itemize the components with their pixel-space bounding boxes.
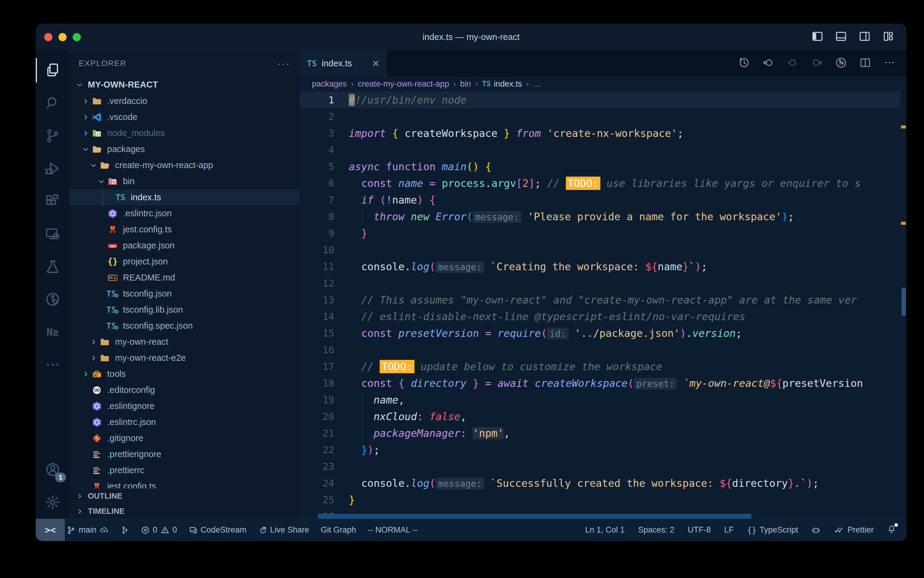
status-robot-extension[interactable] bbox=[811, 526, 820, 535]
tree-item-.eslintrc.json[interactable]: .eslintrc.json bbox=[70, 205, 299, 221]
status-git-branch[interactable]: main bbox=[66, 525, 109, 535]
workspace-root-row[interactable]: MY-OWN-REACT bbox=[70, 76, 299, 93]
code-line-26[interactable]: 26 bbox=[300, 508, 900, 514]
code-line-21[interactable]: 21 packageManager: 'npm', bbox=[300, 425, 900, 442]
close-tab-icon[interactable]: ✕ bbox=[372, 58, 380, 69]
breadcrumb-item-packages[interactable]: packages bbox=[312, 80, 347, 89]
horizontal-scrollbar-thumb[interactable] bbox=[318, 514, 751, 519]
status-language-mode[interactable]: {}TypeScript bbox=[747, 525, 798, 535]
tree-item-index.ts[interactable]: TSindex.ts bbox=[70, 189, 299, 205]
code-line-16[interactable]: 16 bbox=[300, 341, 900, 358]
status-indentation[interactable]: Spaces: 2 bbox=[638, 525, 674, 535]
tree-item-README.md[interactable]: README.md bbox=[70, 270, 299, 286]
tree-item-project.json[interactable]: {}project.json bbox=[70, 253, 299, 270]
code-line-23[interactable]: 23 bbox=[300, 458, 900, 475]
customize-layout-button[interactable] bbox=[882, 30, 894, 44]
tree-item-tsconfig.spec.json[interactable]: TS⚙tsconfig.spec.json bbox=[70, 318, 299, 334]
tree-item-.vscode[interactable]: .vscode bbox=[70, 109, 299, 125]
tree-item-.prettierignore[interactable]: .prettierignore bbox=[70, 446, 299, 462]
code-line-25[interactable]: 25 } bbox=[300, 491, 900, 508]
tree-item-.eslintignore[interactable]: .eslintignore bbox=[70, 398, 299, 414]
code-line-8[interactable]: 8 throw new Error(message: 'Please provi… bbox=[300, 208, 900, 225]
status-codestream[interactable]: CodeStream bbox=[189, 525, 247, 535]
code-line-3[interactable]: 3 import { createWorkspace } from 'creat… bbox=[300, 125, 900, 141]
code-line-14[interactable]: 14 // eslint-disable-next-line @typescri… bbox=[300, 308, 900, 325]
tree-item-.prettierrc[interactable]: .prettierrc bbox=[70, 462, 299, 478]
tree-item-tsconfig.json[interactable]: TS⚙tsconfig.json bbox=[70, 286, 299, 302]
tree-item-my-own-react[interactable]: my-own-react bbox=[70, 334, 299, 350]
status-git-commits[interactable] bbox=[120, 526, 129, 535]
code-line-10[interactable]: 10 bbox=[300, 242, 900, 258]
code-line-6[interactable]: 6 const name = process.argv[2]; // TODO:… bbox=[300, 175, 900, 192]
vertical-scrollbar-thumb[interactable] bbox=[901, 288, 906, 316]
status-eol[interactable]: LF bbox=[724, 525, 734, 535]
status-encoding[interactable]: UTF-8 bbox=[688, 525, 711, 535]
nav-prev-change-button[interactable] bbox=[786, 57, 799, 70]
code-line-5[interactable]: 5 async function main() { bbox=[300, 158, 900, 175]
split-editor-button[interactable] bbox=[859, 57, 871, 70]
status-prettier[interactable]: ✓✓Prettier bbox=[834, 525, 874, 535]
code-line-19[interactable]: 19 name, bbox=[300, 391, 900, 408]
status-live-share[interactable]: Live Share bbox=[258, 525, 309, 535]
tree-item-.gitignore[interactable]: .gitignore bbox=[70, 430, 299, 446]
breadcrumb-item-bin[interactable]: bin bbox=[460, 80, 471, 89]
remote-indicator-button[interactable]: >< bbox=[36, 519, 65, 541]
code-line-2[interactable]: 2 bbox=[300, 108, 900, 125]
outline-section-header[interactable]: OUTLINE bbox=[70, 488, 299, 503]
status-cursor-position[interactable]: Ln 1, Col 1 bbox=[585, 525, 625, 535]
code-line-7[interactable]: 7 if (!name) { bbox=[300, 192, 900, 208]
tab-index-ts[interactable]: TS index.ts ✕ bbox=[300, 50, 387, 76]
code-line-20[interactable]: 20 nxCloud: false, bbox=[300, 408, 900, 425]
activity-item-testing[interactable] bbox=[36, 250, 70, 283]
tree-item-node_modules[interactable]: JSnode_modules bbox=[70, 125, 299, 141]
titlebar[interactable]: index.ts — my-own-react bbox=[36, 24, 906, 50]
activity-item-nx-console[interactable]: N≥ bbox=[36, 316, 70, 348]
code-line-12[interactable]: 12 bbox=[300, 275, 900, 291]
activity-item-source-control[interactable] bbox=[36, 119, 70, 152]
activity-item-explorer[interactable] bbox=[36, 54, 70, 87]
activity-item-accounts[interactable]: 1 bbox=[36, 453, 70, 486]
tree-item-tsconfig.lib.json[interactable]: TS⚙tsconfig.lib.json bbox=[70, 302, 299, 318]
activity-item-more[interactable] bbox=[36, 348, 70, 381]
nav-next-change-button[interactable] bbox=[811, 57, 823, 70]
open-changes-button[interactable] bbox=[835, 57, 847, 70]
tree-item-package.json[interactable]: npmpackage.json bbox=[70, 237, 299, 253]
tree-item-bin[interactable]: 0110bin bbox=[70, 173, 299, 189]
code-editor[interactable]: 1 #!/usr/bin/env node 2 3 import { creat… bbox=[300, 91, 906, 519]
explorer-more-actions-button[interactable]: ··· bbox=[277, 58, 290, 69]
breadcrumb-item-create-my-own-react-app[interactable]: create-my-own-react-app bbox=[358, 80, 449, 89]
code-line-11[interactable]: 11 console.log(message: `Creating the wo… bbox=[300, 258, 900, 275]
overview-ruler-scrollbar[interactable] bbox=[900, 91, 906, 519]
code-line-1[interactable]: 1 #!/usr/bin/env node bbox=[300, 91, 900, 108]
nav-back-button[interactable] bbox=[762, 57, 774, 70]
breadcrumb-item-index.ts[interactable]: TSindex.ts bbox=[482, 80, 522, 89]
tree-item-packages[interactable]: packages bbox=[70, 141, 299, 157]
activity-item-gitlens[interactable] bbox=[36, 283, 70, 316]
tree-item-my-own-react-e2e[interactable]: my-own-react-e2e bbox=[70, 350, 299, 366]
tree-item-jest.config.ts[interactable]: jest.config.ts bbox=[70, 221, 299, 237]
status-git-graph[interactable]: Git Graph bbox=[320, 525, 356, 535]
timeline-section-header[interactable]: TIMELINE bbox=[70, 503, 299, 519]
code-line-22[interactable]: 22 }); bbox=[300, 442, 900, 458]
activity-item-remote-explorer[interactable] bbox=[36, 218, 70, 250]
status-vim-mode[interactable]: -- NORMAL -- bbox=[367, 525, 417, 535]
activity-item-run-debug[interactable] bbox=[36, 152, 70, 185]
tree-item-.verdaccio[interactable]: .verdaccio bbox=[70, 93, 299, 109]
tree-item-.eslintrc.json[interactable]: .eslintrc.json bbox=[70, 414, 299, 430]
code-line-15[interactable]: 15 const presetVersion = require(id: '..… bbox=[300, 325, 900, 341]
toggle-panel-button[interactable] bbox=[835, 30, 847, 44]
activity-item-extensions[interactable] bbox=[36, 185, 70, 218]
activity-item-settings[interactable] bbox=[36, 486, 70, 519]
more-actions-button[interactable] bbox=[884, 57, 895, 70]
code-line-13[interactable]: 13 // This assumes "my-own-react" and "c… bbox=[300, 291, 900, 308]
code-line-24[interactable]: 24 console.log(message: `Successfully cr… bbox=[300, 475, 900, 491]
tree-item-.editorconfig[interactable]: .editorconfig bbox=[70, 382, 299, 398]
tree-item-tools[interactable]: tools bbox=[70, 366, 299, 382]
tree-item-create-my-own-react-app[interactable]: create-my-own-react-app bbox=[70, 157, 299, 173]
code-line-4[interactable]: 4 bbox=[300, 141, 900, 158]
breadcrumb-item-…[interactable]: … bbox=[533, 80, 541, 89]
code-line-18[interactable]: 18 const { directory } = await createWor… bbox=[300, 375, 900, 391]
code-line-17[interactable]: 17 // TODO: update below to customize th… bbox=[300, 358, 900, 375]
toggle-secondary-sidebar-button[interactable] bbox=[859, 30, 871, 44]
status-problems[interactable]: 00 bbox=[141, 525, 177, 535]
